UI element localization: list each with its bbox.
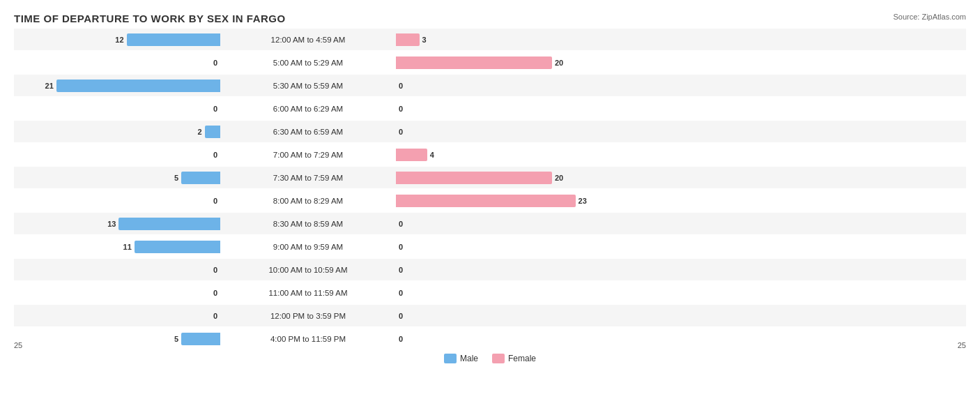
time-label: 10:00 AM to 10:59 AM xyxy=(223,266,393,274)
male-value: 5 xyxy=(174,335,178,343)
female-value: 0 xyxy=(399,266,403,274)
female-bar xyxy=(396,149,427,161)
time-label: 4:00 PM to 11:59 PM xyxy=(223,335,393,343)
female-value: 4 xyxy=(430,151,434,159)
male-legend-label: Male xyxy=(460,354,478,363)
female-side: 0 xyxy=(393,282,602,303)
female-value: 0 xyxy=(399,105,403,113)
male-value: 2 xyxy=(197,128,201,136)
female-side: 20 xyxy=(393,52,602,73)
male-value: 13 xyxy=(107,220,116,228)
male-side: 13 xyxy=(14,213,223,234)
time-label: 9:00 AM to 9:59 AM xyxy=(223,243,393,251)
male-side: 0 xyxy=(14,144,223,165)
female-bar xyxy=(396,172,552,184)
female-side: 20 xyxy=(393,167,602,188)
time-label: 5:00 AM to 5:29 AM xyxy=(223,59,393,67)
time-label: 7:30 AM to 7:59 AM xyxy=(223,174,393,182)
male-side: 0 xyxy=(14,98,223,119)
time-label: 12:00 AM to 4:59 AM xyxy=(223,36,393,44)
male-value: 11 xyxy=(123,243,132,251)
female-value: 0 xyxy=(399,220,403,228)
time-label: 11:00 AM to 11:59 AM xyxy=(223,289,393,297)
male-side: 11 xyxy=(14,236,223,257)
female-value: 0 xyxy=(399,82,403,90)
table-row: 05:00 AM to 5:29 AM20 xyxy=(14,52,966,73)
female-value: 0 xyxy=(399,243,403,251)
female-bar xyxy=(396,56,552,69)
male-side: 21 xyxy=(14,75,223,96)
legend-female: Female xyxy=(492,354,536,363)
time-label: 8:30 AM to 8:59 AM xyxy=(223,220,393,228)
legend: 25 Male Female 25 xyxy=(14,354,966,363)
axis-label-left: 25 xyxy=(14,341,22,349)
time-label: 6:00 AM to 6:29 AM xyxy=(223,105,393,113)
female-side: 3 xyxy=(393,29,602,50)
table-row: 06:00 AM to 6:29 AM0 xyxy=(14,98,966,119)
female-value: 20 xyxy=(555,174,563,182)
male-value: 12 xyxy=(115,36,123,44)
female-value: 0 xyxy=(399,335,403,343)
time-label: 7:00 AM to 7:29 AM xyxy=(223,151,393,159)
female-legend-label: Female xyxy=(508,354,536,363)
male-bar xyxy=(181,333,220,345)
chart-area: 1212:00 AM to 4:59 AM305:00 AM to 5:29 A… xyxy=(14,29,966,370)
table-row: 138:30 AM to 8:59 AM0 xyxy=(14,213,966,234)
table-row: 215:30 AM to 5:59 AM0 xyxy=(14,75,966,96)
male-value: 0 xyxy=(213,289,217,297)
female-bar xyxy=(396,33,420,46)
male-side: 5 xyxy=(14,167,223,188)
chart-container: TIME OF DEPARTURE TO WORK BY SEX IN FARG… xyxy=(0,0,980,415)
male-bar xyxy=(181,172,220,184)
male-bar xyxy=(127,33,220,46)
female-side: 0 xyxy=(393,305,602,326)
male-side: 12 xyxy=(14,29,223,50)
time-label: 6:30 AM to 6:59 AM xyxy=(223,128,393,136)
female-value: 0 xyxy=(399,312,403,320)
female-value: 23 xyxy=(579,197,587,205)
male-bar xyxy=(118,218,220,230)
male-side: 0 xyxy=(14,259,223,280)
male-value: 21 xyxy=(45,82,54,90)
female-side: 0 xyxy=(393,213,602,234)
table-row: 010:00 AM to 10:59 AM0 xyxy=(14,259,966,280)
male-value: 0 xyxy=(213,266,217,274)
male-value: 0 xyxy=(213,312,217,320)
rows-container: 1212:00 AM to 4:59 AM305:00 AM to 5:29 A… xyxy=(14,29,966,349)
male-side: 0 xyxy=(14,52,223,73)
male-side: 0 xyxy=(14,305,223,326)
table-row: 011:00 AM to 11:59 AM0 xyxy=(14,282,966,303)
female-side: 0 xyxy=(393,98,602,119)
female-side: 23 xyxy=(393,190,602,211)
male-bar xyxy=(135,241,220,253)
female-value: 0 xyxy=(399,128,403,136)
female-value: 0 xyxy=(399,289,403,297)
female-side: 0 xyxy=(393,121,602,142)
female-value: 20 xyxy=(555,59,563,67)
female-side: 0 xyxy=(393,259,602,280)
male-bar xyxy=(56,80,220,92)
table-row: 1212:00 AM to 4:59 AM3 xyxy=(14,29,966,50)
chart-title: TIME OF DEPARTURE TO WORK BY SEX IN FARG… xyxy=(14,13,966,24)
male-value: 5 xyxy=(174,174,178,182)
table-row: 08:00 AM to 8:29 AM23 xyxy=(14,190,966,211)
male-side: 5 xyxy=(14,328,223,349)
female-side: 0 xyxy=(393,328,602,349)
male-bar xyxy=(205,126,220,138)
male-value: 0 xyxy=(213,105,217,113)
table-row: 54:00 PM to 11:59 PM0 xyxy=(14,328,966,349)
male-value: 0 xyxy=(213,151,217,159)
female-side: 4 xyxy=(393,144,602,165)
table-row: 26:30 AM to 6:59 AM0 xyxy=(14,121,966,142)
table-row: 07:00 AM to 7:29 AM4 xyxy=(14,144,966,165)
time-label: 8:00 AM to 8:29 AM xyxy=(223,197,393,205)
female-value: 3 xyxy=(422,36,427,44)
table-row: 57:30 AM to 7:59 AM20 xyxy=(14,167,966,188)
table-row: 119:00 AM to 9:59 AM0 xyxy=(14,236,966,257)
female-side: 0 xyxy=(393,236,602,257)
male-value: 0 xyxy=(213,197,217,205)
source-text: Source: ZipAtlas.com xyxy=(893,13,966,21)
axis-label-right: 25 xyxy=(958,341,966,349)
time-label: 12:00 PM to 3:59 PM xyxy=(223,312,393,320)
male-value: 0 xyxy=(213,59,217,67)
